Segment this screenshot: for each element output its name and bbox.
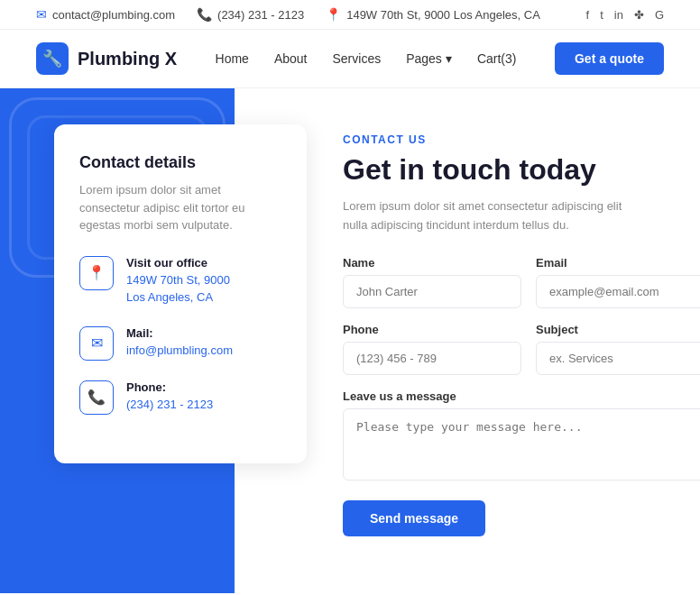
logo[interactable]: 🔧 Plumbing X (36, 42, 177, 75)
header: 🔧 Plumbing X Home About Services Pages ▾… (0, 30, 700, 88)
social-facebook[interactable]: f (586, 8, 590, 22)
contact-us-label: CONTACT US (343, 133, 700, 146)
message-label: Leave us a message (343, 389, 700, 403)
contact-form-section: CONTACT US Get in touch today Lorem ipsu… (343, 124, 700, 536)
topbar-address: 149W 70th St, 9000 Los Angeles, CA (346, 8, 540, 22)
contact-heading: Get in touch today (343, 153, 700, 187)
contact-card-title: Contact details (79, 153, 281, 172)
contact-mail-item: ✉ Mail: info@plumbling.com (79, 326, 281, 361)
social-yelp[interactable]: ✤ (634, 8, 644, 22)
name-label: Name (343, 256, 521, 270)
phone-input[interactable] (343, 342, 521, 375)
topbar-phone-item: 📞 (234) 231 - 2123 (197, 7, 304, 22)
email-label: Email (536, 256, 700, 270)
topbar-contact-info: ✉ contact@plumbing.com 📞 (234) 231 - 212… (36, 7, 540, 22)
contact-subtext: Lorem ipsum dolor sit amet consectetur a… (343, 197, 649, 235)
contact-details-card: Contact details Lorem ipsum dolor sit am… (54, 124, 307, 463)
mail-detail: Mail: info@plumbling.com (126, 326, 233, 360)
email-icon: ✉ (36, 7, 47, 22)
name-field-group: Name (343, 256, 521, 308)
phone-detail: Phone: (234) 231 - 2123 (126, 380, 213, 414)
office-detail: Visit our office 149W 70th St, 9000Los A… (126, 256, 230, 307)
social-google[interactable]: G (655, 8, 664, 22)
email-input[interactable] (536, 275, 700, 308)
message-textarea[interactable] (343, 408, 700, 481)
form-row-name-email: Name Email (343, 256, 700, 308)
nav-about[interactable]: About (274, 51, 308, 66)
nav-services[interactable]: Services (332, 51, 381, 66)
location-icon: 📍 (326, 7, 341, 22)
chevron-down-icon: ▾ (446, 51, 452, 66)
topbar-socials: f t in ✤ G (586, 8, 665, 22)
mail-icon: ✉ (79, 326, 114, 361)
logo-text: Plumbing X (78, 49, 177, 69)
email-field-group: Email (536, 256, 700, 308)
name-input[interactable] (343, 275, 521, 308)
contact-card-desc: Lorem ipsum dolor sit amet consectetur a… (79, 181, 281, 234)
office-icon: 📍 (79, 256, 114, 290)
card-phone-icon: 📞 (79, 380, 114, 415)
nav-cart[interactable]: Cart(3) (477, 51, 517, 66)
topbar-email: contact@plumbing.com (52, 8, 175, 22)
topbar: ✉ contact@plumbing.com 📞 (234) 231 - 212… (0, 0, 700, 30)
social-instagram[interactable]: in (614, 8, 623, 22)
form-row-phone-subject: Phone Subject (343, 323, 700, 375)
phone-label: Phone: (126, 380, 213, 394)
main-nav: Home About Services Pages ▾ Cart(3) (216, 51, 517, 66)
nav-home[interactable]: Home (216, 51, 249, 66)
mail-value: info@plumbling.com (126, 342, 233, 360)
phone-field-group: Phone (343, 323, 521, 375)
topbar-phone: (234) 231 - 2123 (217, 8, 304, 22)
subject-label: Subject (536, 323, 700, 336)
send-message-button[interactable]: Send message (343, 500, 485, 536)
subject-field-group: Subject (536, 323, 700, 375)
topbar-email-item: ✉ contact@plumbing.com (36, 7, 175, 22)
nav-pages[interactable]: Pages ▾ (406, 51, 452, 66)
subject-input[interactable] (536, 342, 700, 375)
phone-field-label: Phone (343, 323, 521, 336)
office-label: Visit our office (126, 256, 230, 270)
social-twitter[interactable]: t (600, 8, 603, 22)
logo-icon: 🔧 (36, 42, 69, 75)
topbar-address-item: 📍 149W 70th St, 9000 Los Angeles, CA (326, 7, 540, 22)
page-content: Contact details Lorem ipsum dolor sit am… (0, 88, 700, 593)
main-layout: Contact details Lorem ipsum dolor sit am… (0, 88, 700, 572)
message-field-group: Leave us a message (343, 389, 700, 481)
get-quote-button[interactable]: Get a quote (555, 42, 664, 75)
office-value: 149W 70th St, 9000Los Angeles, CA (126, 271, 230, 307)
mail-label: Mail: (126, 326, 233, 340)
contact-office-item: 📍 Visit our office 149W 70th St, 9000Los… (79, 256, 281, 307)
phone-value: (234) 231 - 2123 (126, 396, 213, 414)
phone-icon: 📞 (197, 7, 212, 22)
contact-phone-item: 📞 Phone: (234) 231 - 2123 (79, 380, 281, 415)
